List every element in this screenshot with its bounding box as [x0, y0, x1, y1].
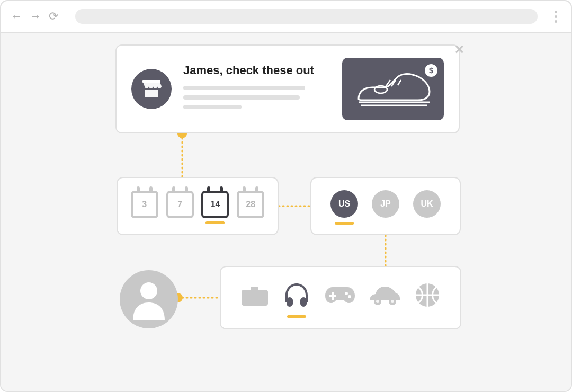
store-icon [131, 69, 172, 109]
active-underline [135, 221, 154, 224]
day-option[interactable]: 14 [201, 191, 229, 224]
page-canvas: × James, check these out $ 37 [1, 33, 571, 391]
calendar-icon: 28 [237, 191, 264, 218]
region-badge: US [330, 190, 358, 218]
frequency-card: 371428 [117, 177, 279, 235]
back-arrow-icon[interactable]: ← [11, 10, 22, 23]
region-card: USJPUK [310, 177, 461, 235]
interests-card [220, 266, 461, 329]
region-option[interactable]: JP [372, 190, 399, 225]
placeholder-line [183, 105, 242, 109]
active-underline [245, 314, 264, 317]
reload-icon[interactable]: ⟳ [49, 10, 58, 23]
browser-window-frame: ← → ⟳ × James, check these out [0, 0, 572, 392]
briefcase-icon [242, 283, 268, 309]
headphones-icon [283, 282, 310, 310]
price-badge: $ [425, 64, 437, 77]
sneaker-icon [353, 68, 433, 110]
day-option[interactable]: 28 [237, 191, 264, 224]
svg-rect-9 [287, 297, 293, 307]
interest-option[interactable] [283, 282, 310, 318]
svg-point-14 [348, 295, 351, 298]
calendar-icon: 7 [166, 191, 194, 218]
close-icon[interactable]: × [454, 40, 464, 58]
active-underline [335, 222, 354, 225]
region-badge: JP [372, 190, 399, 218]
svg-point-13 [345, 292, 348, 295]
car-icon [370, 284, 400, 308]
active-underline [171, 221, 190, 224]
product-tile[interactable]: $ [342, 58, 444, 120]
placeholder-line [183, 86, 305, 90]
calendar-icon: 3 [131, 191, 158, 218]
active-underline [376, 313, 395, 316]
interest-option[interactable] [415, 283, 440, 317]
active-underline [418, 315, 437, 317]
more-menu-icon[interactable] [555, 11, 557, 23]
active-underline [287, 315, 306, 318]
day-option[interactable]: 7 [166, 191, 194, 224]
active-underline [417, 222, 436, 225]
forward-arrow-icon[interactable]: → [30, 10, 41, 23]
svg-point-18 [391, 300, 394, 303]
svg-rect-10 [300, 297, 307, 307]
user-avatar [120, 270, 178, 328]
calendar-icon: 14 [201, 191, 229, 218]
browser-toolbar: ← → ⟳ [1, 1, 571, 33]
placeholder-line [183, 95, 300, 100]
url-bar[interactable] [75, 9, 538, 24]
recommendation-card: × James, check these out $ [115, 44, 460, 133]
region-option[interactable]: US [330, 190, 358, 225]
svg-rect-12 [329, 295, 336, 297]
active-underline [376, 222, 395, 225]
interest-option[interactable] [242, 283, 268, 317]
active-underline [330, 313, 350, 315]
ad-text-block: James, check these out [183, 64, 330, 114]
interest-option[interactable] [370, 284, 400, 316]
svg-rect-6 [142, 80, 160, 83]
region-option[interactable]: UK [413, 190, 441, 225]
region-badge: UK [413, 190, 441, 218]
day-option[interactable]: 3 [131, 191, 158, 224]
gamepad-icon [325, 285, 355, 307]
basketball-icon [415, 283, 440, 309]
active-underline [241, 221, 260, 224]
svg-point-8 [140, 282, 157, 299]
interest-option[interactable] [325, 285, 355, 315]
active-underline [205, 221, 225, 224]
ad-headline: James, check these out [183, 64, 330, 77]
svg-point-17 [376, 300, 379, 303]
